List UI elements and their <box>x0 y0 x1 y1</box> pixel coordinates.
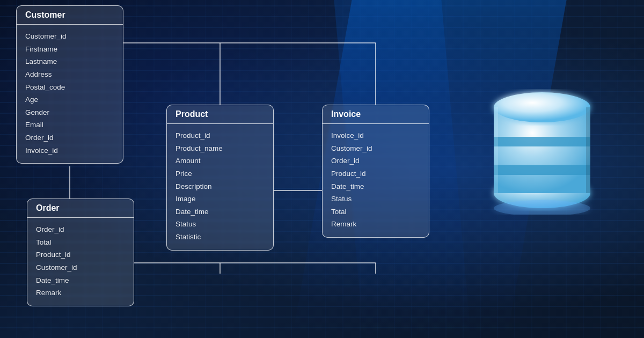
customer-title: Customer <box>25 10 65 19</box>
customer-field-4: Postal_code <box>25 81 114 94</box>
customer-field-7: Email <box>25 119 114 131</box>
customer-field-3: Address <box>25 68 114 81</box>
customer-field-5: Age <box>25 93 114 106</box>
product-field-5: Image <box>175 193 265 205</box>
customer-field-2: Lastname <box>25 55 114 68</box>
customer-field-0: Customer_id <box>25 30 114 43</box>
order-field-2: Product_id <box>36 248 125 261</box>
product-field-7: Status <box>175 218 265 231</box>
invoice-field-4: Date_time <box>331 180 420 193</box>
order-field-1: Total <box>36 236 125 249</box>
database-icon <box>483 75 601 215</box>
invoice-body: Invoice_id Customer_id Order_id Product_… <box>323 124 429 237</box>
customer-header: Customer <box>17 6 123 25</box>
entity-invoice: Invoice Invoice_id Customer_id Order_id … <box>322 105 429 238</box>
er-diagram: Customer Customer_id Firstname Lastname … <box>0 0 644 338</box>
customer-field-8: Order_id <box>25 131 114 144</box>
product-field-1: Product_name <box>175 142 265 155</box>
customer-field-6: Gender <box>25 106 114 119</box>
order-field-4: Date_time <box>36 274 125 287</box>
entity-customer: Customer Customer_id Firstname Lastname … <box>16 5 123 164</box>
database-svg <box>483 75 601 215</box>
entity-order: Order Order_id Total Product_id Customer… <box>27 199 134 306</box>
product-header: Product <box>167 105 273 124</box>
order-field-3: Customer_id <box>36 261 125 274</box>
order-header: Order <box>27 199 134 218</box>
order-body: Order_id Total Product_id Customer_id Da… <box>27 218 134 306</box>
product-body: Product_id Product_name Amount Price Des… <box>167 124 273 250</box>
svg-rect-3 <box>494 165 590 175</box>
entity-product: Product Product_id Product_name Amount P… <box>166 105 274 251</box>
product-field-6: Date_time <box>175 205 265 218</box>
invoice-header: Invoice <box>323 105 429 124</box>
invoice-field-5: Status <box>331 193 420 205</box>
customer-field-9: Invoice_id <box>25 144 114 157</box>
svg-point-4 <box>494 92 590 122</box>
svg-rect-6 <box>586 107 590 193</box>
order-field-5: Remark <box>36 286 125 299</box>
customer-field-1: Firstname <box>25 43 114 56</box>
invoice-field-1: Customer_id <box>331 142 420 155</box>
invoice-field-0: Invoice_id <box>331 129 420 142</box>
svg-rect-2 <box>494 137 590 146</box>
invoice-field-7: Remark <box>331 218 420 231</box>
order-title: Order <box>36 203 60 212</box>
product-field-4: Description <box>175 180 265 193</box>
svg-rect-5 <box>494 107 498 193</box>
invoice-field-3: Product_id <box>331 167 420 180</box>
product-field-2: Amount <box>175 155 265 167</box>
invoice-field-2: Order_id <box>331 155 420 167</box>
product-field-8: Statistic <box>175 231 265 244</box>
product-field-0: Product_id <box>175 129 265 142</box>
product-title: Product <box>175 109 208 119</box>
invoice-field-6: Total <box>331 205 420 218</box>
product-field-3: Price <box>175 167 265 180</box>
customer-body: Customer_id Firstname Lastname Address P… <box>17 25 123 163</box>
invoice-title: Invoice <box>331 109 361 119</box>
order-field-0: Order_id <box>36 223 125 236</box>
